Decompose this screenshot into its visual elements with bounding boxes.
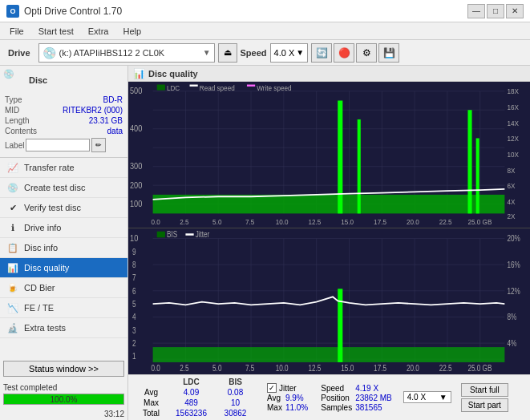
svg-text:9: 9 — [132, 248, 136, 256]
svg-text:8: 8 — [132, 260, 136, 269]
nav-fe-te[interactable]: 📉 FE / TE — [0, 298, 127, 318]
stats-header-ldc: LDC — [169, 377, 213, 387]
status-text: Test completed — [3, 383, 124, 392]
svg-text:200: 200 — [130, 180, 143, 190]
svg-text:12.5: 12.5 — [308, 218, 321, 227]
nav-create-test-disc[interactable]: 💿 Create test disc — [0, 178, 127, 198]
stats-total-bis: 30862 — [213, 408, 257, 418]
menu-extra[interactable]: Extra — [82, 25, 115, 38]
jitter-max-value: 11.0% — [285, 403, 308, 412]
menu-file[interactable]: File — [3, 25, 30, 38]
eject-button[interactable]: ⏏ — [218, 43, 237, 63]
svg-text:300: 300 — [130, 162, 143, 172]
svg-text:3: 3 — [132, 326, 136, 335]
stats-speed-selector-area: 4.0 X ▼ — [403, 391, 451, 405]
status-window-button[interactable]: Status window >> — [3, 361, 124, 377]
svg-rect-22 — [476, 138, 479, 213]
toolbar-icons: 🔄 🔴 ⚙ 💾 — [311, 43, 399, 63]
svg-text:20.0: 20.0 — [407, 218, 419, 227]
disc-contents-row: Contents data — [3, 126, 124, 136]
mid-value: RITEKBR2 (000) — [63, 106, 123, 115]
save-button[interactable]: 💾 — [378, 43, 399, 63]
menu-start-test[interactable]: Start test — [32, 25, 80, 38]
disc-info-icon: 📋 — [6, 241, 19, 254]
bis-chart-svg: 10 9 8 7 6 5 4 3 2 1 20% 16% 12% 8% 4% — [128, 228, 530, 374]
stats-speed-selector[interactable]: 4.0 X ▼ — [403, 391, 451, 403]
svg-text:15.0: 15.0 — [341, 364, 354, 373]
svg-text:20%: 20% — [507, 235, 520, 244]
length-value: 23.31 GB — [89, 116, 123, 125]
drive-selector[interactable]: 💿 (k:) ATAPIiHBS112 2 CL0K ▼ — [38, 43, 215, 63]
disc-quality-header: 📊 Disc quality — [128, 66, 530, 82]
svg-text:20.0: 20.0 — [407, 364, 419, 373]
speed-selector[interactable]: 4.0 X ▼ — [270, 43, 309, 63]
svg-text:10X: 10X — [507, 150, 519, 159]
svg-text:7: 7 — [132, 273, 136, 282]
menu-help[interactable]: Help — [116, 25, 148, 38]
nav-disc-info[interactable]: 📋 Disc info — [0, 238, 127, 258]
nav-cd-bier[interactable]: 🍺 CD Bier — [0, 278, 127, 298]
stats-max-label: Max — [133, 398, 169, 408]
svg-text:500: 500 — [130, 87, 143, 96]
disc-quality-icon: 📊 — [6, 261, 19, 274]
burn-button[interactable]: 🔴 — [334, 43, 354, 63]
svg-text:22.5: 22.5 — [439, 218, 452, 227]
svg-text:12%: 12% — [507, 287, 520, 296]
svg-text:2.5: 2.5 — [180, 218, 188, 227]
verify-test-disc-icon: ✔ — [6, 201, 19, 214]
svg-text:22.5: 22.5 — [439, 364, 452, 373]
disc-quality-header-icon: 📊 — [133, 68, 145, 79]
refresh-button[interactable]: 🔄 — [311, 43, 332, 63]
disc-type-row: Type BD-R — [3, 95, 124, 105]
start-full-button[interactable]: Start full — [461, 383, 508, 397]
nav-drive-info[interactable]: ℹ Drive info — [0, 218, 127, 238]
svg-text:7.5: 7.5 — [245, 218, 254, 227]
svg-text:0.0: 0.0 — [152, 218, 160, 227]
charts-area: 500 400 300 200 100 18X 16X 14X 12X 10X … — [128, 82, 530, 374]
nav-disc-quality[interactable]: 📊 Disc quality — [0, 258, 127, 278]
progress-text: 100.0% — [4, 394, 123, 406]
nav-verify-test-disc[interactable]: ✔ Verify test disc — [0, 198, 127, 218]
svg-text:1: 1 — [132, 352, 136, 361]
stats-header-bis: BIS — [213, 377, 257, 387]
svg-text:10.0: 10.0 — [276, 218, 289, 227]
label-input[interactable] — [26, 139, 90, 151]
settings-button[interactable]: ⚙ — [356, 43, 377, 63]
svg-text:2.5: 2.5 — [180, 364, 188, 373]
disc-length-row: Length 23.31 GB — [3, 115, 124, 126]
stats-avg-ldc: 4.09 — [169, 387, 213, 398]
create-test-disc-icon: 💿 — [6, 181, 19, 194]
fe-te-icon: 📉 — [6, 301, 19, 314]
stats-max-bis: 10 — [213, 398, 257, 408]
close-button[interactable]: ✕ — [506, 4, 524, 18]
samples-stat-value: 381565 — [355, 403, 392, 412]
svg-text:2X: 2X — [507, 212, 515, 221]
main-area: 💿 Disc Type BD-R MID RITEKBR2 (000) Leng… — [0, 66, 530, 420]
svg-text:10.0: 10.0 — [276, 364, 289, 373]
start-part-button[interactable]: Start part — [461, 398, 508, 412]
disc-quality-header-title: Disc quality — [148, 69, 198, 79]
stats-avg-bis: 0.08 — [213, 387, 257, 398]
svg-text:7.5: 7.5 — [245, 364, 254, 373]
titlebar-controls: — □ ✕ — [467, 4, 524, 18]
svg-rect-20 — [358, 119, 361, 213]
speed-stat-value: 4.19 X — [355, 384, 392, 393]
svg-rect-99 — [157, 232, 165, 238]
stats-avg-label: Avg — [133, 387, 169, 398]
main-content: 📊 Disc quality — [128, 66, 530, 420]
svg-text:16X: 16X — [507, 103, 519, 112]
svg-rect-72 — [338, 289, 342, 362]
sidebar: 💿 Disc Type BD-R MID RITEKBR2 (000) Leng… — [0, 66, 128, 420]
progress-bar: 100.0% — [3, 394, 124, 405]
jitter-avg-value: 9.9% — [285, 394, 308, 402]
label-edit-button[interactable]: ✏ — [91, 138, 106, 152]
nav-extra-tests[interactable]: 🔬 Extra tests — [0, 318, 127, 338]
nav-transfer-rate[interactable]: 📈 Transfer rate — [0, 158, 127, 178]
minimize-button[interactable]: — — [467, 4, 485, 18]
samples-stat-label: Samples — [321, 403, 352, 412]
speed-stat-label: Speed — [321, 384, 352, 393]
maximize-button[interactable]: □ — [487, 4, 504, 18]
jitter-checkbox[interactable]: ✓ — [267, 383, 277, 393]
disc-header: 💿 Disc — [3, 69, 124, 91]
svg-text:12X: 12X — [507, 134, 519, 143]
